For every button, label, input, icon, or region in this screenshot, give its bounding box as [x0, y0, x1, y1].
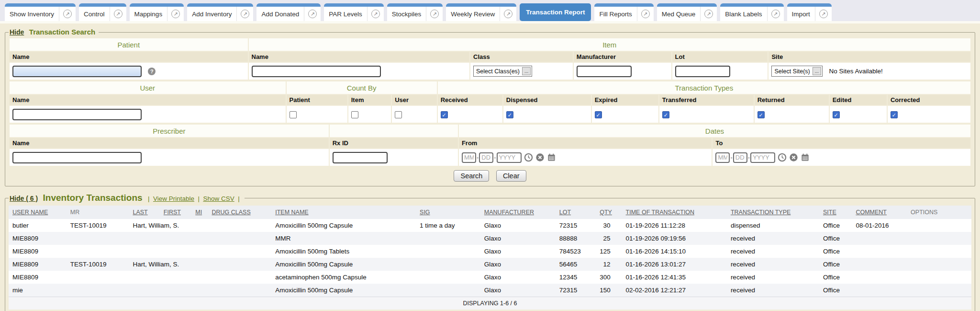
- clear-button[interactable]: Clear: [496, 170, 526, 182]
- from-day-input[interactable]: [479, 152, 493, 163]
- open-in-new-window-button[interactable]: ↗: [167, 7, 184, 21]
- tab-import[interactable]: Import↗: [787, 3, 832, 21]
- search-button[interactable]: Search: [454, 170, 489, 182]
- from-clear-date-icon[interactable]: [535, 153, 545, 162]
- select-classes-control[interactable]: Select Class(es) ...: [473, 66, 532, 77]
- column-header-comment[interactable]: COMMENT: [852, 206, 907, 219]
- cell-last: Hart, William, S.: [129, 219, 159, 232]
- to-calendar-icon[interactable]: [801, 153, 810, 162]
- manufacturer-label: Manufacturer: [574, 52, 671, 62]
- from-calendar-icon[interactable]: [547, 153, 556, 162]
- column-header-first[interactable]: FIRST: [160, 206, 191, 219]
- user-name-input[interactable]: [12, 109, 142, 120]
- column-header-sig[interactable]: SIG: [416, 206, 480, 219]
- column-header-site[interactable]: SITE: [819, 206, 852, 219]
- rx-id-input[interactable]: [333, 152, 388, 163]
- type-received-checkbox[interactable]: ✓: [441, 111, 448, 118]
- column-header-transaction-type[interactable]: TRANSACTION TYPE: [727, 206, 819, 219]
- view-printable-link[interactable]: View Printable: [153, 195, 194, 202]
- tab-par-levels[interactable]: PAR Levels↗: [324, 3, 384, 21]
- tab-fill-reports[interactable]: Fill Reports↗: [594, 3, 653, 21]
- table-header-row: USER NAMEMRLASTFIRSTMIDRUG CLASSITEM NAM…: [9, 206, 971, 219]
- cell-item-name: MMR: [271, 232, 416, 245]
- hide-results-link[interactable]: Hide ( 6 ): [10, 195, 38, 202]
- type-dispensed-checkbox[interactable]: ✓: [506, 111, 513, 118]
- from-time-icon[interactable]: [524, 153, 533, 162]
- type-transferred-checkbox[interactable]: ✓: [662, 111, 669, 118]
- open-in-new-window-button[interactable]: ↗: [767, 7, 784, 21]
- open-in-new-window-button[interactable]: ↗: [367, 7, 384, 21]
- to-time-icon[interactable]: [778, 153, 787, 162]
- column-header-last[interactable]: LAST: [129, 206, 159, 219]
- column-header-time-of-transaction[interactable]: TIME OF TRANSACTION: [622, 206, 727, 219]
- tab-stockpiles[interactable]: Stockpiles↗: [387, 3, 443, 21]
- select-classes-browse-button[interactable]: ...: [522, 67, 531, 75]
- item-name-input[interactable]: [252, 66, 381, 77]
- column-header-item-name[interactable]: ITEM NAME: [271, 206, 416, 219]
- tab-med-queue[interactable]: Med Queue↗: [657, 3, 717, 21]
- table-footer-row: DISPLAYING 1-6 / 6: [9, 297, 971, 310]
- cell-first: [160, 232, 191, 245]
- column-header-drug-class[interactable]: DRUG CLASS: [208, 206, 271, 219]
- count-by-item-checkbox[interactable]: [351, 111, 358, 118]
- cell-transaction-type: received: [727, 245, 819, 258]
- column-header-qty[interactable]: QTY: [596, 206, 622, 219]
- select-sites-control[interactable]: Select Site(s) ...: [771, 66, 823, 77]
- from-month-input[interactable]: [462, 152, 476, 163]
- from-year-input[interactable]: [497, 152, 522, 163]
- lot-input[interactable]: [675, 66, 730, 77]
- type-edited-checkbox[interactable]: ✓: [833, 111, 840, 118]
- tab-body: Fill Reports↗: [594, 7, 653, 21]
- select-sites-browse-button[interactable]: ...: [813, 67, 821, 75]
- tab-show-inventory[interactable]: Show Inventory↗: [5, 3, 76, 21]
- cell-lot: 72315: [556, 219, 596, 232]
- tab-weekly-review[interactable]: Weekly Review↗: [446, 3, 516, 21]
- to-year-input[interactable]: [750, 152, 775, 163]
- open-in-new-window-button[interactable]: ↗: [304, 7, 321, 21]
- cell-user-name: MIE8809: [9, 271, 67, 284]
- column-header-mi[interactable]: MI: [191, 206, 208, 219]
- count-by-user-checkbox[interactable]: [395, 111, 402, 118]
- help-icon[interactable]: ?: [148, 68, 156, 75]
- open-in-new-window-button[interactable]: ↗: [110, 7, 126, 21]
- open-in-new-window-button[interactable]: ↗: [637, 7, 654, 21]
- tab-label: PAR Levels: [324, 11, 367, 18]
- cell-sig: [416, 271, 480, 284]
- manufacturer-input[interactable]: [577, 66, 632, 77]
- tab-mappings[interactable]: Mappings↗: [130, 3, 184, 21]
- cell-user-name: MIE8809: [9, 232, 67, 245]
- tab-control[interactable]: Control↗: [79, 3, 126, 21]
- type-expired-checkbox[interactable]: ✓: [595, 111, 602, 118]
- open-in-new-window-button[interactable]: ↗: [426, 7, 443, 21]
- tab-transaction-report[interactable]: Transaction Report: [520, 3, 591, 21]
- column-header-manufacturer[interactable]: MANUFACTURER: [480, 206, 556, 219]
- to-clear-date-icon[interactable]: [789, 153, 798, 162]
- cell-mr: [67, 284, 129, 297]
- type-returned-checkbox[interactable]: ✓: [757, 111, 765, 118]
- count-by-patient-checkbox[interactable]: [290, 111, 297, 118]
- cell-drug-class: [208, 219, 271, 232]
- prescriber-name-input[interactable]: [12, 152, 142, 163]
- column-header-user-name[interactable]: USER NAME: [9, 206, 67, 219]
- cell-sig: [416, 284, 480, 297]
- to-day-input[interactable]: [733, 152, 747, 163]
- open-in-new-window-button[interactable]: ↗: [815, 7, 832, 21]
- arrow-up-right-icon: ↗: [430, 10, 439, 18]
- open-in-new-window-button[interactable]: ↗: [700, 7, 717, 21]
- hide-search-link[interactable]: Hide: [10, 28, 24, 36]
- type-corrected-checkbox[interactable]: ✓: [891, 111, 898, 118]
- tab-top-bar: [79, 3, 126, 7]
- cell-comment: [852, 245, 907, 258]
- open-in-new-window-button[interactable]: ↗: [500, 7, 516, 21]
- tab-add-donated[interactable]: Add Donated↗: [256, 3, 321, 21]
- to-month-input[interactable]: [715, 152, 730, 163]
- column-header-lot[interactable]: LOT: [556, 206, 596, 219]
- tab-label: Weekly Review: [446, 11, 500, 18]
- open-in-new-window-button[interactable]: ↗: [59, 7, 76, 21]
- tab-blank-labels[interactable]: Blank Labels↗: [720, 3, 783, 21]
- tab-add-inventory[interactable]: Add Inventory↗: [187, 3, 253, 21]
- patient-name-input[interactable]: [12, 66, 142, 77]
- open-in-new-window-button[interactable]: ↗: [236, 7, 253, 21]
- show-csv-link[interactable]: Show CSV: [203, 195, 234, 202]
- paging-status: DISPLAYING 1-6 / 6: [9, 297, 971, 310]
